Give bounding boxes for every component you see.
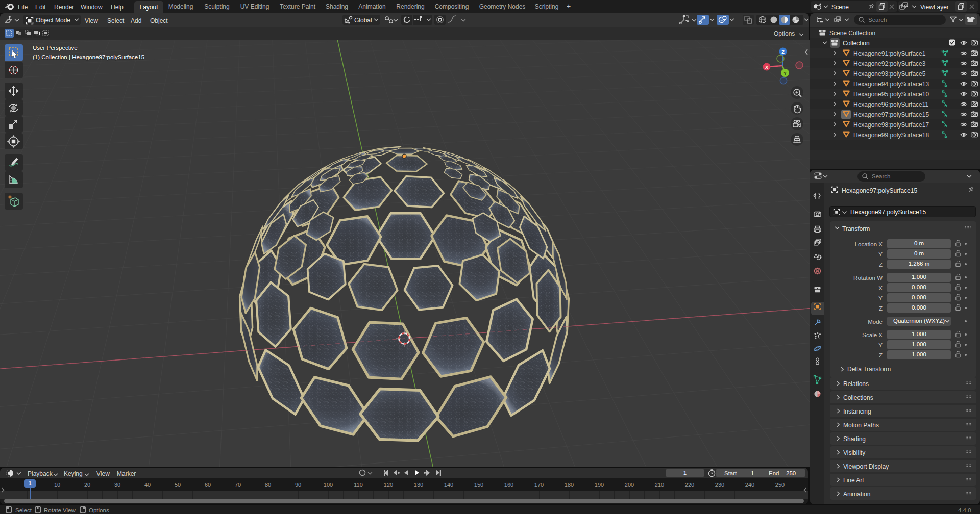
svg-text:Z: Z [781,49,785,55]
svg-text:Y: Y [783,71,787,76]
svg-text:X: X [765,65,768,70]
